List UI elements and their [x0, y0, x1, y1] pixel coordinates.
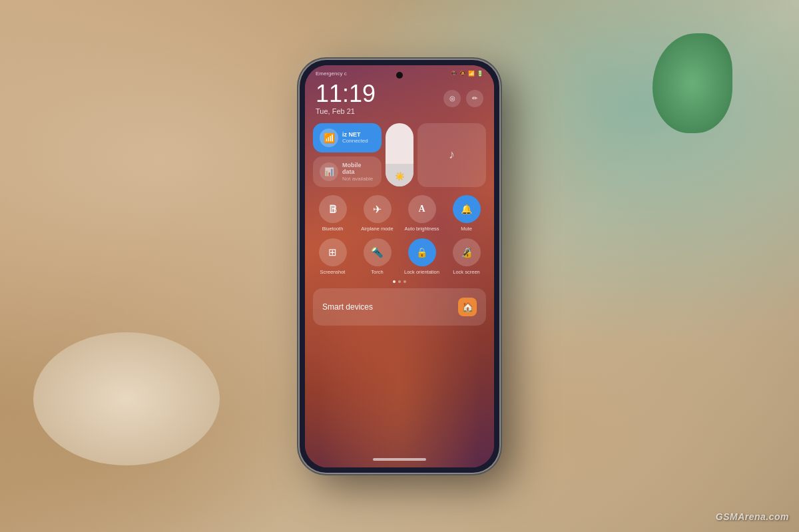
screenshot-icon: ⊞ — [328, 246, 337, 258]
lock-screen-circle: 🔏 — [453, 238, 481, 266]
edit-icon: ✏ — [472, 95, 477, 102]
phone-screen: Emergency c 📵 🔕 📶 🔋 11:19 Tue, Feb 21 — [305, 65, 494, 467]
bluetooth-toggle[interactable]: 𝔹 Bluetooth — [313, 195, 352, 232]
time-area: 11:19 Tue, Feb 21 ◎ ✏ — [305, 79, 494, 121]
torch-label: Torch — [371, 269, 383, 275]
screenshot-circle: ⊞ — [319, 238, 347, 266]
wifi-info: iz NET Connected — [342, 131, 375, 144]
torch-toggle[interactable]: 🔦 Torch — [358, 238, 397, 275]
wifi-label: iz NET — [342, 131, 375, 138]
time-date-block: 11:19 Tue, Feb 21 — [316, 82, 376, 115]
lock-orientation-circle: 🔒 — [408, 238, 436, 266]
bluetooth-icon: 𝔹 — [329, 203, 337, 216]
page-dots — [305, 280, 494, 283]
lock-orientation-label: Lock orientation — [404, 269, 439, 275]
phone-device: Emergency c 📵 🔕 📶 🔋 11:19 Tue, Feb 21 — [300, 60, 499, 473]
time-display: 11:19 — [316, 82, 376, 106]
wifi-tile[interactable]: 📶 iz NET Connected — [313, 123, 382, 152]
home-icon: 🏠 — [462, 302, 473, 312]
mute-toggle[interactable]: 🔔 Mute — [447, 195, 486, 232]
torch-icon: 🔦 — [371, 246, 384, 258]
auto-brightness-circle: A — [408, 195, 436, 223]
lock-screen-icon: 🔏 — [461, 247, 472, 258]
bluetooth-circle: 𝔹 — [319, 195, 347, 223]
brightness-slider[interactable]: ☀️ — [386, 123, 413, 186]
edit-button[interactable]: ✏ — [466, 90, 483, 107]
mute-circle: 🔔 — [453, 195, 481, 223]
quick-toggles-row2: ⊞ Screenshot 🔦 Torch 🔒 — [305, 237, 494, 276]
dot-3 — [403, 280, 406, 283]
mobile-data-label: Mobile data — [342, 162, 375, 176]
control-center: Emergency c 📵 🔕 📶 🔋 11:19 Tue, Feb 21 — [305, 65, 494, 467]
date-display: Tue, Feb 21 — [316, 107, 376, 115]
mute-icon: 🔔 — [461, 204, 472, 214]
music-icon: ♪ — [449, 148, 455, 162]
brightness-icon: ☀️ — [395, 172, 405, 181]
torch-circle: 🔦 — [364, 238, 392, 266]
screenshot-label: Screenshot — [320, 269, 346, 275]
auto-brightness-label: Auto brightness — [404, 226, 439, 232]
mute-status-icon: 🔕 — [459, 71, 466, 77]
music-tile[interactable]: ♪ — [417, 123, 486, 188]
airplane-circle: ✈ — [364, 195, 392, 223]
smart-devices-label: Smart devices — [322, 302, 373, 312]
focus-button[interactable]: ◎ — [443, 90, 461, 107]
time-action-icons: ◎ ✏ — [443, 90, 483, 107]
background-table — [33, 332, 220, 465]
lock-orientation-toggle[interactable]: 🔒 Lock orientation — [402, 238, 441, 275]
main-toggle-grid: 📶 iz NET Connected 📊 — [305, 121, 494, 190]
airplane-toggle[interactable]: ✈ Airplane mode — [358, 195, 397, 232]
wifi-status-icon: 📶 — [468, 71, 475, 77]
wifi-sublabel: Connected — [342, 138, 375, 144]
smart-devices-icon: 🏠 — [458, 298, 477, 316]
phone-wrapper: Emergency c 📵 🔕 📶 🔋 11:19 Tue, Feb 21 — [300, 60, 499, 473]
wifi-icon: 📶 — [320, 129, 338, 147]
mute-label: Mute — [461, 226, 472, 232]
camera-hole — [396, 72, 403, 79]
signal-icon: 📵 — [451, 71, 457, 77]
screenshot-toggle[interactable]: ⊞ Screenshot — [313, 238, 352, 275]
dot-1 — [393, 280, 396, 283]
mobile-data-info: Mobile data Not available — [342, 162, 375, 182]
watermark: GSMArena.com — [716, 511, 789, 522]
home-indicator[interactable] — [373, 458, 426, 461]
mobile-data-icon: 📊 — [320, 162, 338, 181]
dot-2 — [398, 280, 401, 283]
focus-icon: ◎ — [449, 95, 455, 102]
airplane-label: Airplane mode — [361, 226, 393, 232]
airplane-icon: ✈ — [373, 203, 382, 216]
emergency-text: Emergency c — [316, 71, 347, 77]
lock-screen-label: Lock screen — [453, 269, 479, 275]
status-icons: 📵 🔕 📶 🔋 — [451, 71, 483, 77]
smart-devices-tile[interactable]: Smart devices 🏠 — [313, 288, 486, 326]
mobile-data-sub: Not available — [342, 176, 375, 182]
battery-icon: 🔋 — [477, 71, 483, 77]
auto-brightness-icon: A — [418, 204, 425, 214]
lock-orientation-icon: 🔒 — [416, 247, 427, 258]
mobile-data-tile[interactable]: 📊 Mobile data Not available — [313, 156, 382, 188]
quick-toggles-row1: 𝔹 Bluetooth ✈ Airplane mode A — [305, 194, 494, 233]
lock-screen-toggle[interactable]: 🔏 Lock screen — [447, 238, 486, 275]
auto-brightness-toggle[interactable]: A Auto brightness — [402, 195, 441, 232]
bluetooth-label: Bluetooth — [322, 226, 344, 232]
